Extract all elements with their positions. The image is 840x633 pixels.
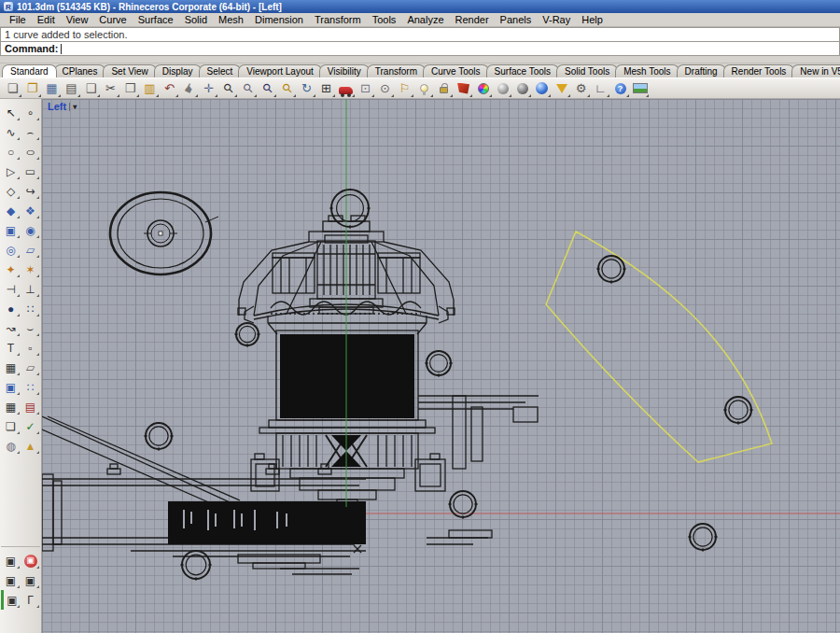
tab-mesh-tools[interactable]: Mesh Tools	[615, 64, 679, 77]
ellipse-tool-icon[interactable]: ○	[21, 142, 40, 162]
viewport-left[interactable]: Left ▾	[42, 99, 840, 633]
walkabout-icon[interactable]: ⊡	[356, 79, 375, 98]
vray-stop-icon[interactable]: ▣	[21, 551, 40, 570]
group-tool-icon[interactable]: ▦	[1, 358, 21, 377]
render-globe-icon[interactable]	[532, 79, 552, 98]
fillet-curve-icon[interactable]: ↝	[1, 318, 21, 338]
yellow-sector-curve[interactable]	[546, 232, 772, 462]
extrude-tool-icon[interactable]: ▣	[1, 377, 21, 397]
set-cplane-icon[interactable]: ⊙	[375, 79, 395, 98]
screenshot-icon[interactable]	[630, 79, 650, 98]
control-point-curve-icon[interactable]: ⌢	[21, 122, 40, 142]
help-icon[interactable]: ?	[610, 79, 630, 98]
tab-set-view[interactable]: Set View	[103, 64, 156, 77]
polyline-icon[interactable]: ∿	[1, 122, 21, 142]
viewport-canvas[interactable]	[42, 99, 840, 633]
named-view-icon[interactable]: ⚐	[395, 79, 414, 98]
open-file-icon[interactable]: ❐	[22, 79, 42, 98]
options-gear-icon[interactable]: ⚙	[571, 79, 591, 98]
color-wheel-icon[interactable]	[473, 79, 493, 98]
menu-curve[interactable]: Curve	[93, 14, 132, 25]
tab-cplanes[interactable]: CPlanes	[54, 64, 106, 77]
plane-tool-icon[interactable]: ▱	[21, 240, 40, 260]
tab-solid-tools[interactable]: Solid Tools	[556, 64, 618, 77]
tab-curve-tools[interactable]: Curve Tools	[423, 64, 489, 77]
rotate-view-icon[interactable]: ↻	[297, 79, 316, 98]
zoom-window-icon[interactable]: ⚲	[238, 79, 258, 98]
menu-surface[interactable]: Surface	[133, 14, 179, 25]
vray-frame-buffer-icon[interactable]: ▣	[1, 570, 21, 590]
cplane-axes-icon[interactable]: ∟	[591, 79, 610, 98]
viewport-title-dropdown[interactable]: Left ▾	[48, 101, 77, 112]
tab-display[interactable]: Display	[154, 64, 202, 77]
export-icon[interactable]: ❑	[81, 79, 101, 98]
array-polar-icon[interactable]: ▤	[21, 397, 40, 416]
shade-sphere-icon[interactable]	[493, 79, 512, 98]
zoom-dynamic-icon[interactable]: ⚲	[218, 79, 238, 98]
menu-vray[interactable]: V-Ray	[537, 14, 576, 25]
save-file-icon[interactable]: ▦	[42, 79, 62, 98]
zoom-extents-icon[interactable]: ⚲	[277, 79, 297, 98]
menu-edit[interactable]: Edit	[32, 14, 61, 25]
tab-surface-tools[interactable]: Surface Tools	[486, 64, 559, 77]
menu-tools[interactable]: Tools	[367, 14, 402, 25]
rectangle-tool-icon[interactable]: ▭	[21, 162, 40, 181]
bolt-circle-3[interactable]	[425, 351, 453, 377]
surface-3pt-icon[interactable]: ◆	[1, 201, 21, 220]
polyline-segments-icon[interactable]: ▷	[1, 162, 21, 181]
menu-mesh[interactable]: Mesh	[213, 14, 249, 25]
menu-solid[interactable]: Solid	[179, 14, 213, 25]
tab-visibility[interactable]: Visibility	[319, 64, 370, 77]
print-icon[interactable]: ▤	[62, 79, 81, 98]
boolean-difference-icon[interactable]: ∷	[21, 299, 40, 318]
pulley-ellipse[interactable]	[110, 192, 218, 274]
chevron-down-icon[interactable]: ▾	[69, 103, 77, 111]
menu-transform[interactable]: Transform	[309, 14, 367, 25]
check-objects-icon[interactable]: ✓	[21, 416, 40, 436]
trim-tool-icon[interactable]: ⊣	[1, 279, 21, 299]
bolt-circle-4[interactable]	[144, 423, 174, 451]
motor-assembly-wireframe[interactable]	[42, 216, 539, 574]
split-tool-icon[interactable]: ⊥	[21, 279, 40, 299]
flip-tool-icon[interactable]: ❏	[1, 416, 21, 436]
tab-drafting[interactable]: Drafting	[677, 64, 726, 77]
blend-curve-icon[interactable]: ⌣	[21, 318, 40, 338]
bolt-circle-8[interactable]	[688, 524, 718, 552]
array-grid-icon[interactable]: ▦	[1, 397, 21, 416]
vray-material-editor-icon[interactable]: ▣	[1, 590, 21, 610]
viewport-layout-icon[interactable]: ⊞	[316, 79, 336, 98]
tab-new-in-v5[interactable]: New in V5	[791, 64, 840, 77]
menu-help[interactable]: Help	[576, 14, 609, 25]
paste-icon[interactable]: ▥	[140, 79, 160, 98]
ghost-sphere-icon[interactable]	[512, 79, 532, 98]
tab-transform[interactable]: Transform	[367, 64, 426, 77]
vray-render-icon[interactable]: ▣	[1, 551, 21, 570]
pan-view-car-icon[interactable]	[336, 79, 356, 98]
copy-objects-icon[interactable]: ▱	[21, 358, 40, 377]
arc-tool-icon[interactable]: ↪	[21, 181, 40, 201]
menu-render[interactable]: Render	[450, 14, 495, 25]
copy-icon[interactable]: ❒	[120, 79, 140, 98]
lock-icon[interactable]	[434, 79, 454, 98]
menu-file[interactable]: File	[4, 14, 32, 25]
bolt-circle-2[interactable]	[234, 323, 260, 347]
tab-select[interactable]: Select	[199, 64, 242, 77]
undo-icon[interactable]: ↶	[160, 79, 179, 98]
cylinder-tool-icon[interactable]: ◍	[1, 436, 21, 456]
bolt-circle-9[interactable]	[180, 551, 212, 581]
array-points-icon[interactable]: ∷	[21, 377, 40, 397]
polygon-tool-icon[interactable]: ◇	[1, 181, 21, 201]
circle-tool-icon[interactable]: ○	[1, 142, 21, 162]
box-tool-icon[interactable]: ▣	[1, 220, 21, 240]
menu-analyze[interactable]: Analyze	[401, 14, 449, 25]
tab-standard[interactable]: Standard	[2, 64, 57, 77]
move-icon[interactable]: ✛	[199, 79, 218, 98]
tab-render-tools[interactable]: Render Tools	[723, 64, 795, 77]
fillet-surface-icon[interactable]: ✦	[1, 260, 21, 279]
bolt-circle-5[interactable]	[596, 256, 626, 284]
boolean-union-icon[interactable]: ●	[1, 299, 21, 318]
chamfer-surface-icon[interactable]: ✶	[21, 260, 40, 279]
new-file-icon[interactable]: ❏	[3, 79, 22, 98]
tab-viewport-layout[interactable]: Viewport Layout	[238, 64, 322, 77]
sphere-tool-icon[interactable]: ◉	[21, 220, 40, 240]
